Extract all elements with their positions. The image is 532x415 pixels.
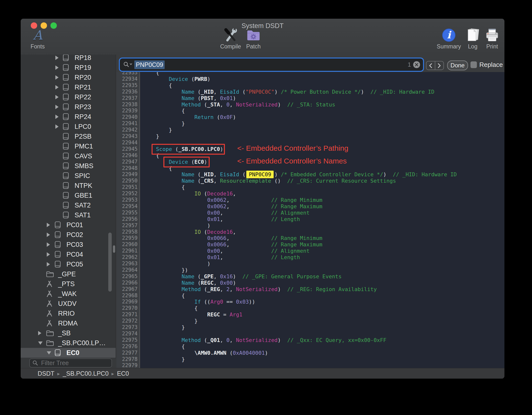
sidebar-item-pc02[interactable]: PC02 (21, 230, 116, 240)
sidebar-item-rp20[interactable]: RP20 (21, 73, 116, 82)
sidebar-item-_sb[interactable]: _SB (21, 328, 116, 338)
code-line[interactable]: 0x01, // Length (143, 216, 300, 222)
disclosure-triangle-right[interactable] (55, 115, 59, 119)
code-line[interactable]: } (143, 133, 159, 140)
disclosure-triangle-right[interactable] (55, 105, 59, 109)
disclosure-triangle-down[interactable] (47, 351, 51, 355)
search-input[interactable]: PNP0C09 1 (120, 59, 423, 71)
code-line[interactable]: { (143, 184, 185, 191)
sidebar-item-pc04[interactable]: PC04 (21, 250, 116, 259)
code-line[interactable]: } (143, 324, 185, 331)
sidebar-item-lpc0[interactable]: LPC0 (21, 122, 116, 132)
sidebar-item-pc01[interactable]: PC01 (21, 220, 116, 230)
disclosure-triangle-right[interactable] (47, 252, 50, 257)
code-line[interactable]: } (143, 120, 185, 127)
pane-splitter-handle[interactable] (113, 245, 115, 253)
sidebar-item-gbe1[interactable]: GBE1 (21, 191, 116, 200)
code-line[interactable]: Method (_Q01, 0, NotSerialized) // _Qxx:… (143, 337, 386, 343)
disclosure-triangle-right[interactable] (55, 95, 59, 99)
disclosure-triangle-right[interactable] (47, 242, 50, 247)
code-line[interactable]: \AMW0.AMWN (0xA0040001) (143, 350, 268, 356)
fonts-toolbar-button[interactable]: A Fonts (22, 28, 54, 50)
code-line[interactable]: 0x0062, // Range Minimum (143, 197, 322, 203)
code-line[interactable]: 0x0062, // Range Maximum (143, 203, 322, 210)
code-line[interactable]: Name (_GPE, 0x16) // _GPE: General Purpo… (143, 273, 342, 280)
code-line[interactable]: IO (Decode16, (143, 229, 236, 235)
breadcrumb-part[interactable]: DSDT (38, 370, 54, 377)
code-line[interactable]: REGC = Arg1 (143, 311, 242, 318)
code-line[interactable]: Method (_REG, 2, NotSerialized) // _REG:… (143, 286, 377, 293)
sidebar-item-rp18[interactable]: RP18 (21, 55, 116, 63)
filter-tree-input[interactable]: Filter Tree (29, 358, 112, 368)
code-line[interactable]: Name (_HID, EisaId ("PNP0C09") /* Embedd… (143, 171, 457, 178)
code-line[interactable]: Name (REGC, 0x00) (143, 280, 236, 286)
sidebar-item-rp23[interactable]: RP23 (21, 102, 116, 112)
code-line[interactable]: { (143, 293, 185, 299)
code-line[interactable]: 0x00, // Alignment (143, 248, 310, 254)
breadcrumb-part[interactable]: EC0 (117, 370, 129, 377)
replace-checkbox[interactable] (470, 61, 477, 68)
sidebar-item-_gpe[interactable]: _GPE (21, 269, 116, 279)
disclosure-triangle-right[interactable] (55, 85, 59, 89)
clear-search-icon[interactable] (413, 61, 420, 68)
code-line[interactable]: Name (PBST, 0x01) (143, 95, 236, 102)
code-line[interactable]: ) (143, 222, 210, 229)
done-button[interactable]: Done (447, 60, 468, 70)
code-line[interactable]: 0x00, // Alignment (143, 210, 310, 216)
disclosure-triangle-right[interactable] (55, 124, 59, 129)
disclosure-triangle-right[interactable] (38, 331, 41, 335)
disclosure-triangle-right[interactable] (55, 65, 59, 70)
disclosure-triangle-right[interactable] (55, 56, 59, 60)
code-line[interactable]: Name (_HID, EisaId ("PNP0C0C") /* Power … (143, 89, 434, 95)
patch-toolbar-button[interactable]: Patch (237, 28, 269, 50)
sidebar-item-pmc1[interactable]: PMC1 (21, 141, 116, 151)
sidebar-item-ec0[interactable]: EC0 (21, 348, 116, 358)
sidebar-item-_wak[interactable]: _WAK (21, 289, 116, 299)
code-line[interactable]: { (143, 305, 198, 311)
disclosure-triangle-right[interactable] (47, 262, 50, 267)
previous-match-button[interactable] (426, 61, 435, 70)
sidebar-item-rp19[interactable]: RP19 (21, 63, 116, 73)
code-line[interactable]: { (143, 72, 159, 76)
code-line[interactable]: Method (_STA, 0, NotSerialized) // _STA:… (143, 102, 335, 108)
sidebar-scrollbar[interactable] (108, 233, 112, 292)
disclosure-triangle-down[interactable] (38, 341, 43, 345)
sidebar-item-pc05[interactable]: PC05 (21, 259, 116, 269)
search-icon[interactable] (123, 61, 133, 68)
code-line[interactable]: IO (Decode16, (143, 191, 236, 197)
code-line[interactable]: If ((Arg0 == 0x03)) (143, 299, 255, 305)
sidebar-item-spic[interactable]: SPIC (21, 171, 116, 181)
sidebar-item-sat1[interactable]: SAT1 (21, 210, 116, 220)
code-line[interactable]: { (143, 82, 172, 89)
sidebar-item-rrio[interactable]: RRIO (21, 309, 116, 318)
sidebar-item-cavs[interactable]: CAVS (21, 151, 116, 161)
sidebar-item-_sbpc00lp[interactable]: _SB.PC00.LP… (21, 338, 116, 348)
code-line[interactable]: Device (PWRB) (143, 76, 210, 82)
breadcrumb-part[interactable]: _SB.PC00.LPC0 (63, 370, 109, 377)
sidebar-item-rdma[interactable]: RDMA (21, 318, 116, 328)
code-line[interactable]: } (143, 356, 185, 363)
code-line[interactable]: { (143, 343, 185, 350)
sidebar-item-ntpk[interactable]: NTPK (21, 181, 116, 191)
disclosure-triangle-right[interactable] (55, 75, 59, 80)
code-line[interactable]: }) (143, 267, 188, 273)
disclosure-triangle-right[interactable] (47, 233, 50, 237)
code-line[interactable]: ) (143, 261, 210, 267)
sidebar-item-uxdv[interactable]: UXDV (21, 299, 116, 309)
code-line[interactable]: { (143, 108, 185, 114)
code-line[interactable]: Name (_CRS, ResourceTemplate () // _CRS:… (143, 178, 396, 184)
sidebar-item-pc03[interactable]: PC03 (21, 240, 116, 250)
code-line[interactable]: } (143, 127, 172, 133)
code-line[interactable]: 0x01, // Length (143, 254, 300, 261)
code-line[interactable]: 0x0066, // Range Minimum (143, 235, 322, 241)
next-match-button[interactable] (435, 61, 444, 70)
sidebar-item-_pts[interactable]: _PTS (21, 279, 116, 289)
print-toolbar-button[interactable]: Print (476, 28, 504, 50)
code-line[interactable]: Return (0x0F) (143, 114, 236, 120)
sidebar-item-rp22[interactable]: RP22 (21, 92, 116, 102)
disclosure-triangle-right[interactable] (47, 223, 50, 227)
code-line[interactable]: 0x0066, // Range Maximum (143, 241, 322, 248)
sidebar-item-p2sb[interactable]: P2SB (21, 132, 116, 141)
sidebar-item-sat2[interactable]: SAT2 (21, 200, 116, 210)
sidebar-item-rp21[interactable]: RP21 (21, 82, 116, 92)
